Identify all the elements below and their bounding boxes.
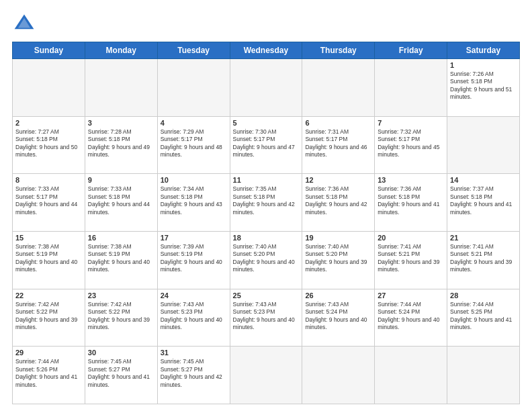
calendar-day-cell: 16 Sunrise: 7:38 AM Sunset: 5:19 PM Dayl… (85, 231, 157, 289)
day-info: Sunrise: 7:39 AM Sunset: 5:19 PM Dayligh… (161, 243, 227, 274)
calendar-day-cell: 22 Sunrise: 7:42 AM Sunset: 5:22 PM Dayl… (13, 289, 85, 347)
day-number: 13 (378, 176, 444, 184)
calendar-day-cell (375, 59, 447, 117)
dow-header: Thursday (302, 42, 375, 59)
day-number: 15 (15, 234, 82, 242)
day-info: Sunrise: 7:36 AM Sunset: 5:18 PM Dayligh… (378, 185, 444, 216)
day-info: Sunrise: 7:33 AM Sunset: 5:18 PM Dayligh… (88, 185, 154, 216)
dow-header: Wednesday (230, 42, 302, 59)
day-info: Sunrise: 7:41 AM Sunset: 5:21 PM Dayligh… (450, 243, 517, 274)
day-number: 20 (378, 234, 444, 242)
calendar-day-cell (447, 116, 520, 174)
calendar-day-cell: 4 Sunrise: 7:29 AM Sunset: 5:17 PM Dayli… (157, 116, 230, 174)
calendar-body: 1 Sunrise: 7:26 AM Sunset: 5:18 PM Dayli… (13, 59, 520, 404)
day-info: Sunrise: 7:44 AM Sunset: 5:26 PM Dayligh… (15, 358, 82, 389)
calendar-day-cell: 1 Sunrise: 7:26 AM Sunset: 5:18 PM Dayli… (447, 59, 520, 117)
day-of-week-row: SundayMondayTuesdayWednesdayThursdayFrid… (13, 42, 520, 59)
calendar-day-cell: 17 Sunrise: 7:39 AM Sunset: 5:19 PM Dayl… (157, 231, 230, 289)
day-number: 7 (378, 119, 444, 127)
calendar-day-cell: 6 Sunrise: 7:31 AM Sunset: 5:17 PM Dayli… (302, 116, 375, 174)
calendar-day-cell: 29 Sunrise: 7:44 AM Sunset: 5:26 PM Dayl… (13, 347, 85, 404)
day-number: 14 (450, 176, 517, 184)
day-number: 12 (305, 176, 371, 184)
page: SundayMondayTuesdayWednesdayThursdayFrid… (0, 0, 532, 411)
calendar-week-row: 1 Sunrise: 7:26 AM Sunset: 5:18 PM Dayli… (13, 59, 520, 117)
day-info: Sunrise: 7:37 AM Sunset: 5:18 PM Dayligh… (450, 185, 517, 216)
calendar-day-cell: 27 Sunrise: 7:44 AM Sunset: 5:24 PM Dayl… (375, 289, 447, 347)
day-number: 22 (15, 291, 82, 300)
day-info: Sunrise: 7:43 AM Sunset: 5:24 PM Dayligh… (305, 301, 371, 332)
calendar-day-cell: 2 Sunrise: 7:27 AM Sunset: 5:18 PM Dayli… (13, 116, 85, 174)
day-info: Sunrise: 7:44 AM Sunset: 5:25 PM Dayligh… (450, 301, 517, 332)
calendar-day-cell: 30 Sunrise: 7:45 AM Sunset: 5:27 PM Dayl… (85, 347, 157, 404)
day-number: 23 (88, 291, 154, 300)
calendar-day-cell: 20 Sunrise: 7:41 AM Sunset: 5:21 PM Dayl… (375, 231, 447, 289)
calendar-week-row: 22 Sunrise: 7:42 AM Sunset: 5:22 PM Dayl… (13, 289, 520, 347)
calendar-day-cell: 21 Sunrise: 7:41 AM Sunset: 5:21 PM Dayl… (447, 231, 520, 289)
day-number: 29 (15, 349, 82, 357)
day-info: Sunrise: 7:41 AM Sunset: 5:21 PM Dayligh… (378, 243, 444, 274)
calendar-day-cell (302, 347, 375, 404)
day-info: Sunrise: 7:42 AM Sunset: 5:22 PM Dayligh… (88, 301, 154, 332)
day-info: Sunrise: 7:38 AM Sunset: 5:19 PM Dayligh… (88, 243, 154, 274)
dow-header: Friday (375, 42, 447, 59)
calendar-day-cell: 14 Sunrise: 7:37 AM Sunset: 5:18 PM Dayl… (447, 174, 520, 232)
day-number: 31 (161, 349, 227, 357)
calendar-week-row: 15 Sunrise: 7:38 AM Sunset: 5:19 PM Dayl… (13, 231, 520, 289)
day-info: Sunrise: 7:40 AM Sunset: 5:20 PM Dayligh… (233, 243, 300, 274)
day-number: 25 (233, 291, 300, 300)
day-info: Sunrise: 7:30 AM Sunset: 5:17 PM Dayligh… (233, 128, 300, 159)
calendar-day-cell (447, 347, 520, 404)
calendar-day-cell: 19 Sunrise: 7:40 AM Sunset: 5:20 PM Dayl… (302, 231, 375, 289)
calendar-day-cell: 9 Sunrise: 7:33 AM Sunset: 5:18 PM Dayli… (85, 174, 157, 232)
calendar-week-row: 2 Sunrise: 7:27 AM Sunset: 5:18 PM Dayli… (13, 116, 520, 174)
day-info: Sunrise: 7:35 AM Sunset: 5:18 PM Dayligh… (233, 185, 300, 216)
dow-header: Saturday (447, 42, 520, 59)
calendar-day-cell (85, 59, 157, 117)
calendar-day-cell (13, 59, 85, 117)
calendar-day-cell: 3 Sunrise: 7:28 AM Sunset: 5:18 PM Dayli… (85, 116, 157, 174)
calendar-day-cell (230, 347, 302, 404)
day-info: Sunrise: 7:28 AM Sunset: 5:18 PM Dayligh… (88, 128, 154, 159)
day-number: 6 (305, 119, 371, 127)
dow-header: Monday (85, 42, 157, 59)
day-info: Sunrise: 7:36 AM Sunset: 5:18 PM Dayligh… (305, 185, 371, 216)
calendar-day-cell (375, 347, 447, 404)
day-number: 4 (161, 119, 227, 127)
day-number: 26 (305, 291, 371, 300)
day-number: 21 (450, 234, 517, 242)
day-number: 3 (88, 119, 154, 127)
calendar-week-row: 8 Sunrise: 7:33 AM Sunset: 5:17 PM Dayli… (13, 174, 520, 232)
day-number: 8 (15, 176, 82, 184)
day-info: Sunrise: 7:43 AM Sunset: 5:23 PM Dayligh… (161, 301, 227, 332)
day-info: Sunrise: 7:33 AM Sunset: 5:17 PM Dayligh… (15, 185, 82, 216)
day-number: 2 (15, 119, 82, 127)
day-info: Sunrise: 7:27 AM Sunset: 5:18 PM Dayligh… (15, 128, 82, 159)
calendar-day-cell: 24 Sunrise: 7:43 AM Sunset: 5:23 PM Dayl… (157, 289, 230, 347)
day-number: 11 (233, 176, 300, 184)
calendar-day-cell (302, 59, 375, 117)
day-number: 10 (161, 176, 227, 184)
day-number: 18 (233, 234, 300, 242)
calendar-day-cell: 10 Sunrise: 7:34 AM Sunset: 5:18 PM Dayl… (157, 174, 230, 232)
day-number: 30 (88, 349, 154, 357)
calendar-day-cell: 31 Sunrise: 7:45 AM Sunset: 5:27 PM Dayl… (157, 347, 230, 404)
calendar-day-cell: 25 Sunrise: 7:43 AM Sunset: 5:23 PM Dayl… (230, 289, 302, 347)
calendar-day-cell: 15 Sunrise: 7:38 AM Sunset: 5:19 PM Dayl… (13, 231, 85, 289)
day-info: Sunrise: 7:44 AM Sunset: 5:24 PM Dayligh… (378, 301, 444, 332)
day-number: 19 (305, 234, 371, 242)
day-info: Sunrise: 7:31 AM Sunset: 5:17 PM Dayligh… (305, 128, 371, 159)
day-info: Sunrise: 7:32 AM Sunset: 5:17 PM Dayligh… (378, 128, 444, 159)
logo (12, 12, 39, 36)
day-number: 9 (88, 176, 154, 184)
day-info: Sunrise: 7:40 AM Sunset: 5:20 PM Dayligh… (305, 243, 371, 274)
calendar-day-cell: 18 Sunrise: 7:40 AM Sunset: 5:20 PM Dayl… (230, 231, 302, 289)
calendar-day-cell: 7 Sunrise: 7:32 AM Sunset: 5:17 PM Dayli… (375, 116, 447, 174)
calendar-day-cell: 5 Sunrise: 7:30 AM Sunset: 5:17 PM Dayli… (230, 116, 302, 174)
day-info: Sunrise: 7:42 AM Sunset: 5:22 PM Dayligh… (15, 301, 82, 332)
day-info: Sunrise: 7:26 AM Sunset: 5:18 PM Dayligh… (450, 71, 517, 101)
logo-icon (12, 12, 36, 36)
day-number: 16 (88, 234, 154, 242)
header (12, 12, 520, 36)
day-number: 17 (161, 234, 227, 242)
